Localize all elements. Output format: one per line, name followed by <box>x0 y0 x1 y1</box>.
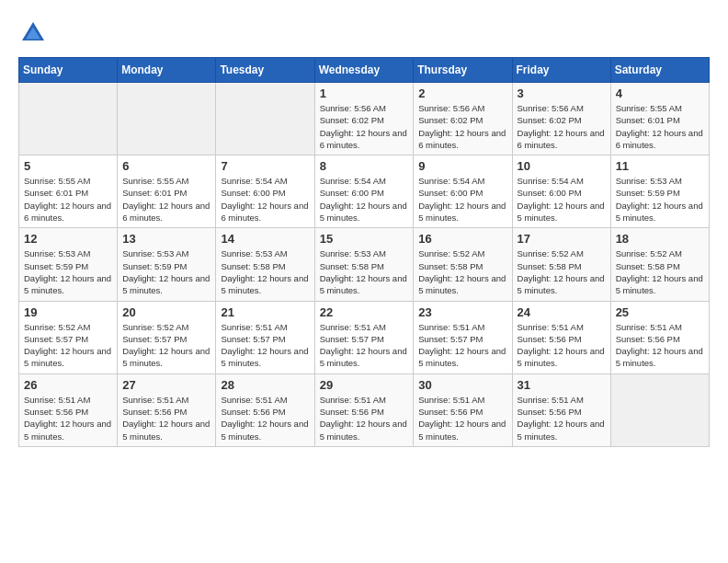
logo <box>18 18 53 48</box>
cell-info: Sunrise: 5:55 AM Sunset: 6:01 PM Dayligh… <box>24 175 112 224</box>
cell-info: Sunrise: 5:53 AM Sunset: 5:59 PM Dayligh… <box>24 247 112 296</box>
day-number: 26 <box>24 378 112 392</box>
calendar-cell: 27Sunrise: 5:51 AM Sunset: 5:56 PM Dayli… <box>118 373 216 446</box>
cell-info: Sunrise: 5:54 AM Sunset: 6:00 PM Dayligh… <box>518 175 606 224</box>
weekday-header-thursday: Thursday <box>414 58 512 83</box>
day-number: 8 <box>320 159 409 173</box>
weekday-header-wednesday: Wednesday <box>314 58 414 83</box>
day-number: 20 <box>122 305 210 319</box>
cell-info: Sunrise: 5:51 AM Sunset: 5:57 PM Dayligh… <box>221 321 309 370</box>
calendar-cell: 17Sunrise: 5:52 AM Sunset: 5:58 PM Dayli… <box>512 228 610 301</box>
day-number: 10 <box>518 159 606 173</box>
cell-info: Sunrise: 5:52 AM Sunset: 5:57 PM Dayligh… <box>122 321 210 370</box>
cell-info: Sunrise: 5:53 AM Sunset: 5:59 PM Dayligh… <box>616 175 704 224</box>
cell-info: Sunrise: 5:56 AM Sunset: 6:02 PM Dayligh… <box>418 102 506 151</box>
cell-info: Sunrise: 5:52 AM Sunset: 5:58 PM Dayligh… <box>616 247 704 296</box>
cell-info: Sunrise: 5:54 AM Sunset: 6:00 PM Dayligh… <box>418 175 506 224</box>
cell-info: Sunrise: 5:55 AM Sunset: 6:01 PM Dayligh… <box>122 175 210 224</box>
day-number: 17 <box>518 232 606 246</box>
calendar-cell: 31Sunrise: 5:51 AM Sunset: 5:56 PM Dayli… <box>512 373 610 446</box>
cell-info: Sunrise: 5:51 AM Sunset: 5:56 PM Dayligh… <box>518 394 606 442</box>
day-number: 7 <box>221 159 309 173</box>
page-header <box>18 18 710 48</box>
calendar-cell: 10Sunrise: 5:54 AM Sunset: 6:00 PM Dayli… <box>512 155 610 228</box>
calendar-cell: 9Sunrise: 5:54 AM Sunset: 6:00 PM Daylig… <box>414 155 512 228</box>
calendar-cell: 25Sunrise: 5:51 AM Sunset: 5:56 PM Dayli… <box>610 301 709 373</box>
cell-info: Sunrise: 5:53 AM Sunset: 5:58 PM Dayligh… <box>221 247 309 296</box>
cell-info: Sunrise: 5:52 AM Sunset: 5:58 PM Dayligh… <box>518 247 606 296</box>
day-number: 15 <box>320 232 409 246</box>
cell-info: Sunrise: 5:56 AM Sunset: 6:02 PM Dayligh… <box>320 102 409 151</box>
calendar-cell: 11Sunrise: 5:53 AM Sunset: 5:59 PM Dayli… <box>610 155 709 228</box>
calendar-cell <box>216 83 314 155</box>
day-number: 25 <box>616 305 704 319</box>
week-row-4: 26Sunrise: 5:51 AM Sunset: 5:56 PM Dayli… <box>19 373 710 446</box>
calendar-cell: 21Sunrise: 5:51 AM Sunset: 5:57 PM Dayli… <box>216 301 314 373</box>
week-row-2: 12Sunrise: 5:53 AM Sunset: 5:59 PM Dayli… <box>19 228 710 301</box>
calendar-cell: 28Sunrise: 5:51 AM Sunset: 5:56 PM Dayli… <box>216 373 314 446</box>
day-number: 28 <box>221 378 309 392</box>
calendar-cell: 2Sunrise: 5:56 AM Sunset: 6:02 PM Daylig… <box>414 83 512 155</box>
day-number: 19 <box>24 305 112 319</box>
weekday-header-tuesday: Tuesday <box>216 58 314 83</box>
calendar-cell: 26Sunrise: 5:51 AM Sunset: 5:56 PM Dayli… <box>19 373 118 446</box>
day-number: 2 <box>418 86 506 100</box>
cell-info: Sunrise: 5:53 AM Sunset: 5:59 PM Dayligh… <box>122 247 210 296</box>
calendar-cell: 20Sunrise: 5:52 AM Sunset: 5:57 PM Dayli… <box>118 301 216 373</box>
day-number: 24 <box>518 305 606 319</box>
cell-info: Sunrise: 5:53 AM Sunset: 5:58 PM Dayligh… <box>320 247 409 296</box>
calendar-cell: 19Sunrise: 5:52 AM Sunset: 5:57 PM Dayli… <box>19 301 118 373</box>
cell-info: Sunrise: 5:54 AM Sunset: 6:00 PM Dayligh… <box>320 175 409 224</box>
logo-icon <box>18 18 48 48</box>
day-number: 5 <box>24 159 112 173</box>
calendar-cell: 14Sunrise: 5:53 AM Sunset: 5:58 PM Dayli… <box>216 228 314 301</box>
day-number: 31 <box>518 378 606 392</box>
day-number: 6 <box>122 159 210 173</box>
calendar-cell: 29Sunrise: 5:51 AM Sunset: 5:56 PM Dayli… <box>314 373 414 446</box>
day-number: 3 <box>518 86 606 100</box>
cell-info: Sunrise: 5:52 AM Sunset: 5:57 PM Dayligh… <box>24 321 112 370</box>
cell-info: Sunrise: 5:51 AM Sunset: 5:56 PM Dayligh… <box>24 394 112 442</box>
cell-info: Sunrise: 5:51 AM Sunset: 5:56 PM Dayligh… <box>418 394 506 442</box>
cell-info: Sunrise: 5:56 AM Sunset: 6:02 PM Dayligh… <box>518 102 606 151</box>
cell-info: Sunrise: 5:55 AM Sunset: 6:01 PM Dayligh… <box>616 102 704 151</box>
day-number: 21 <box>221 305 309 319</box>
cell-info: Sunrise: 5:54 AM Sunset: 6:00 PM Dayligh… <box>221 175 309 224</box>
cell-info: Sunrise: 5:51 AM Sunset: 5:56 PM Dayligh… <box>221 394 309 442</box>
day-number: 13 <box>122 232 210 246</box>
calendar-cell: 3Sunrise: 5:56 AM Sunset: 6:02 PM Daylig… <box>512 83 610 155</box>
calendar-cell: 12Sunrise: 5:53 AM Sunset: 5:59 PM Dayli… <box>19 228 118 301</box>
week-row-1: 5Sunrise: 5:55 AM Sunset: 6:01 PM Daylig… <box>19 155 710 228</box>
day-number: 1 <box>320 86 409 100</box>
week-row-0: 1Sunrise: 5:56 AM Sunset: 6:02 PM Daylig… <box>19 83 710 155</box>
weekday-header-saturday: Saturday <box>610 58 709 83</box>
cell-info: Sunrise: 5:51 AM Sunset: 5:56 PM Dayligh… <box>616 321 704 370</box>
day-number: 18 <box>616 232 704 246</box>
day-number: 23 <box>418 305 506 319</box>
calendar-cell: 7Sunrise: 5:54 AM Sunset: 6:00 PM Daylig… <box>216 155 314 228</box>
calendar-cell: 6Sunrise: 5:55 AM Sunset: 6:01 PM Daylig… <box>118 155 216 228</box>
calendar-table: SundayMondayTuesdayWednesdayThursdayFrid… <box>18 57 710 447</box>
day-number: 11 <box>616 159 704 173</box>
calendar-cell <box>118 83 216 155</box>
weekday-header-sunday: Sunday <box>19 58 118 83</box>
calendar-cell: 24Sunrise: 5:51 AM Sunset: 5:56 PM Dayli… <box>512 301 610 373</box>
calendar-cell: 8Sunrise: 5:54 AM Sunset: 6:00 PM Daylig… <box>314 155 414 228</box>
calendar-cell: 30Sunrise: 5:51 AM Sunset: 5:56 PM Dayli… <box>414 373 512 446</box>
day-number: 14 <box>221 232 309 246</box>
day-number: 4 <box>616 86 704 100</box>
calendar-cell: 15Sunrise: 5:53 AM Sunset: 5:58 PM Dayli… <box>314 228 414 301</box>
day-number: 12 <box>24 232 112 246</box>
cell-info: Sunrise: 5:51 AM Sunset: 5:57 PM Dayligh… <box>320 321 409 370</box>
day-number: 27 <box>122 378 210 392</box>
calendar-cell: 23Sunrise: 5:51 AM Sunset: 5:57 PM Dayli… <box>414 301 512 373</box>
day-number: 30 <box>418 378 506 392</box>
day-number: 16 <box>418 232 506 246</box>
calendar-cell: 18Sunrise: 5:52 AM Sunset: 5:58 PM Dayli… <box>610 228 709 301</box>
calendar-cell: 5Sunrise: 5:55 AM Sunset: 6:01 PM Daylig… <box>19 155 118 228</box>
week-row-3: 19Sunrise: 5:52 AM Sunset: 5:57 PM Dayli… <box>19 301 710 373</box>
cell-info: Sunrise: 5:51 AM Sunset: 5:56 PM Dayligh… <box>518 321 606 370</box>
cell-info: Sunrise: 5:52 AM Sunset: 5:58 PM Dayligh… <box>418 247 506 296</box>
cell-info: Sunrise: 5:51 AM Sunset: 5:56 PM Dayligh… <box>320 394 409 442</box>
cell-info: Sunrise: 5:51 AM Sunset: 5:56 PM Dayligh… <box>122 394 210 442</box>
